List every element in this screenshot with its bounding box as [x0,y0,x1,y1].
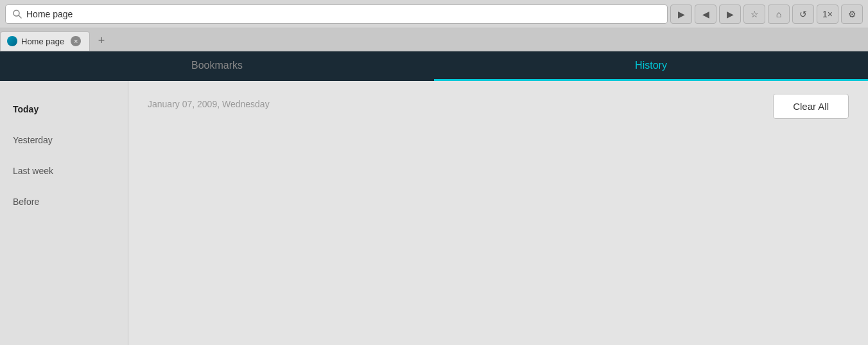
tab-title: Home page [21,37,64,46]
forward-button[interactable]: ▶ [670,4,692,24]
tab-bar: Home page × + [0,28,868,51]
address-input[interactable] [26,9,661,19]
nav-tabs: Bookmarks History [0,51,868,81]
sidebar-item-last-week[interactable]: Last week [0,155,128,186]
tab-bookmarks[interactable]: Bookmarks [0,51,434,81]
add-tab-button[interactable]: + [92,32,110,50]
back-button[interactable]: ◀ [695,4,716,24]
tab-favicon [7,36,17,46]
refresh-button[interactable]: ↺ [792,4,814,24]
tab-history[interactable]: History [434,51,868,81]
clear-all-button[interactable]: Clear All [773,94,849,119]
sidebar-item-today[interactable]: Today [0,94,128,125]
main-content: Clear All January 07, 2009, Wednesday [128,81,868,345]
address-bar-wrap [5,4,668,24]
content-area: Today Yesterday Last week Before Clear A… [0,81,868,345]
date-label: January 07, 2009, Wednesday [148,99,849,109]
home-button[interactable]: ⌂ [768,4,790,24]
settings-button[interactable]: ⚙ [841,4,863,24]
search-icon [12,9,22,19]
sidebar-item-before[interactable]: Before [0,186,128,217]
tab-close-button[interactable]: × [71,36,81,46]
play-button[interactable]: ▶ [719,4,741,24]
sidebar: Today Yesterday Last week Before [0,81,128,345]
zoom-button[interactable]: 1× [817,4,838,24]
sidebar-item-yesterday[interactable]: Yesterday [0,125,128,155]
address-bar-row: ▶ ◀ ▶ ☆ ⌂ ↺ 1× ⚙ [0,0,868,28]
svg-line-1 [19,15,21,18]
active-tab[interactable]: Home page × [0,31,90,51]
bookmark-button[interactable]: ☆ [743,4,765,24]
